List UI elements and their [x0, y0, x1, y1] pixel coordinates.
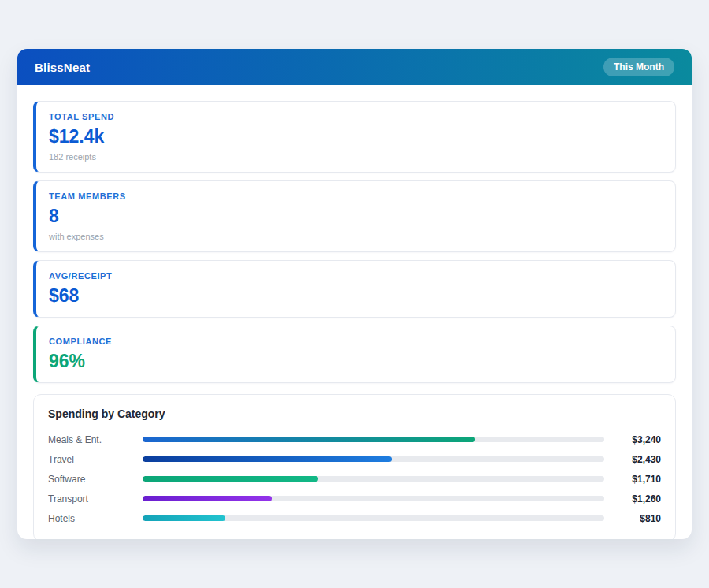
stat-subtext: with expenses — [49, 232, 663, 241]
category-value: $1,260 — [604, 493, 661, 504]
stat-value: 96% — [49, 351, 663, 372]
dashboard-card: BlissNeat This Month TOTAL SPEND $12.4k … — [17, 49, 692, 539]
bar-track — [143, 515, 604, 521]
stat-card-compliance: COMPLIANCE 96% — [33, 326, 676, 383]
bar-fill — [143, 496, 272, 501]
bar-track — [143, 437, 604, 442]
chart-row-hotels: Hotels $810 — [48, 508, 661, 528]
stat-value: $12.4k — [49, 126, 663, 147]
category-label: Meals & Ent. — [48, 434, 143, 445]
category-value: $2,430 — [604, 454, 661, 465]
stat-value: $68 — [49, 285, 663, 307]
category-value: $3,240 — [604, 434, 661, 445]
chart-row-software: Software $1,710 — [48, 469, 661, 489]
category-label: Travel — [48, 454, 143, 465]
stat-card-team-members: TEAM MEMBERS 8 with expenses — [33, 180, 676, 252]
chart-row-travel: Travel $2,430 — [48, 449, 661, 469]
spending-by-category-chart: Spending by Category Meals & Ent. $3,240… — [33, 394, 676, 539]
stat-label: AVG/RECEIPT — [49, 271, 663, 281]
stat-card-total-spend: TOTAL SPEND $12.4k 182 receipts — [33, 101, 676, 173]
stat-label: TEAM MEMBERS — [49, 192, 663, 201]
chart-row-transport: Transport $1,260 — [48, 489, 661, 508]
stat-card-avg-receipt: AVG/RECEIPT $68 — [33, 260, 676, 318]
bar-track — [143, 496, 604, 501]
app-body: TOTAL SPEND $12.4k 182 receipts TEAM MEM… — [17, 85, 692, 539]
period-badge[interactable]: This Month — [603, 58, 674, 76]
bar-fill — [143, 456, 392, 462]
app-title: BlissNeat — [35, 61, 90, 74]
bar-track — [143, 456, 604, 462]
bar-track — [143, 476, 604, 482]
category-label: Hotels — [48, 513, 143, 524]
bar-fill — [143, 437, 475, 442]
category-value: $1,710 — [604, 474, 661, 485]
stat-value: 8 — [49, 206, 663, 227]
chart-title: Spending by Category — [48, 408, 661, 420]
stat-label: COMPLIANCE — [49, 337, 663, 346]
app-header: BlissNeat This Month — [17, 49, 692, 85]
category-label: Transport — [48, 493, 143, 504]
category-value: $810 — [604, 513, 661, 524]
bar-fill — [143, 476, 318, 482]
stat-label: TOTAL SPEND — [49, 112, 663, 121]
bar-fill — [143, 515, 225, 521]
category-label: Software — [48, 474, 143, 485]
chart-row-meals: Meals & Ent. $3,240 — [48, 430, 661, 449]
stat-subtext: 182 receipts — [49, 152, 663, 162]
